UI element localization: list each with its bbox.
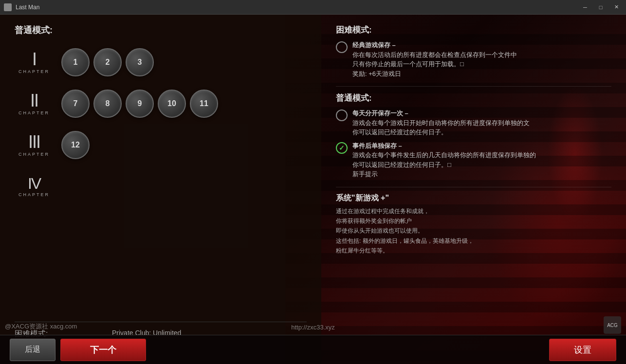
acg-icon: ACG bbox=[604, 316, 621, 334]
hard-mode-option: 经典游戏保存 – 你在每次活动后的所有进度都会在检查点保存到一个文件中 只有你停… bbox=[336, 40, 611, 78]
level-btn-7[interactable]: 7 bbox=[61, 90, 90, 118]
level-btn-1[interactable]: 1 bbox=[61, 48, 90, 76]
hard-mode-option-name: 经典游戏保存 – bbox=[352, 41, 396, 49]
new-game-section: 系统"新游戏 +" 通过在游戏过程中完成任务和成就， 你将获得额外奖金到你的帐户… bbox=[336, 193, 611, 256]
level-btn-11[interactable]: 11 bbox=[190, 90, 218, 118]
hard-mode-line1: 你在每次活动后的所有进度都会在检查点保存到一个文件中 bbox=[352, 51, 517, 58]
minimize-button[interactable]: ─ bbox=[579, 3, 591, 11]
chapter-2-numeral: II CHAPTER bbox=[15, 92, 54, 115]
back-button[interactable]: 后退 bbox=[10, 339, 55, 361]
next-button[interactable]: 下一个 bbox=[60, 339, 146, 361]
new-game-text5: 粉红犀牛分红等等。 bbox=[336, 247, 388, 254]
normal-option-2-name: 事件后单独保存 – bbox=[352, 142, 402, 149]
new-game-text: 通过在游戏过程中完成任务和成就， 你将获得额外奖金到你的帐户 即使你从头开始游戏… bbox=[336, 206, 611, 256]
chapter-2-label: CHAPTER bbox=[18, 110, 50, 115]
chapter-2-levels: 7 8 9 10 11 bbox=[61, 90, 218, 118]
window-chrome: Last Man ─ □ ✕ bbox=[0, 0, 626, 15]
window-title: Last Man bbox=[16, 4, 579, 11]
chapter-4-numeral: IV CHAPTER bbox=[15, 176, 54, 197]
app-icon bbox=[4, 3, 12, 11]
footer-bar: 后退 下一个 设置 bbox=[0, 335, 626, 364]
level-btn-12[interactable]: 12 bbox=[61, 131, 90, 159]
hard-mode-option-text: 经典游戏保存 – 你在每次活动后的所有进度都会在检查点保存到一个文件中 只有你停… bbox=[352, 40, 517, 78]
chapter-1-label: CHAPTER bbox=[18, 69, 50, 74]
normal-save-section: 普通模式: 每天分开保存一次 – 游戏会在每个游戏日开始时自动将你的所有进度保存… bbox=[336, 92, 611, 179]
maximize-button[interactable]: □ bbox=[595, 3, 607, 11]
chapters-area: I CHAPTER 1 2 3 II CHAPTER 7 8 9 bbox=[15, 44, 307, 317]
normal-option-1: 每天分开保存一次 – 游戏会在每个游戏日开始时自动将你的所有进度保存到单独的文 … bbox=[336, 109, 611, 137]
normal-option-2-note: 新手提示 bbox=[352, 170, 378, 178]
settings-button[interactable]: 设置 bbox=[549, 339, 616, 361]
chapter-1-roman: I bbox=[32, 51, 36, 68]
normal-mode-title: 普通模式: bbox=[15, 24, 307, 36]
new-game-text1: 通过在游戏过程中完成任务和成就， bbox=[336, 208, 429, 215]
normal-save-title: 普通模式: bbox=[336, 92, 611, 104]
chapter-3-levels: 12 bbox=[61, 131, 90, 159]
divider-2 bbox=[336, 187, 611, 187]
hard-mode-reward: 奖励: +6天游戏日 bbox=[352, 70, 401, 77]
normal-option-2: 事件后单独保存 – 游戏会在每个事件发生后的几天自动将你的所有进度保存到单独的 … bbox=[336, 141, 611, 179]
level-btn-10[interactable]: 10 bbox=[158, 90, 186, 118]
watermark-left: @XACG资源社 xacg.com bbox=[5, 322, 77, 331]
hard-mode-radio[interactable] bbox=[336, 41, 348, 53]
new-game-text4: 这些包括: 额外的游戏日，罐头食品，英雄基地升级， bbox=[336, 237, 474, 244]
normal-option-2-line2: 你可以返回已经渡过的任何日子。□ bbox=[352, 161, 451, 168]
normal-option-2-text: 事件后单独保存 – 游戏会在每个事件发生后的几天自动将你的所有进度保存到单独的 … bbox=[352, 141, 536, 179]
chapter-4-label: CHAPTER bbox=[18, 192, 50, 197]
level-btn-9[interactable]: 9 bbox=[126, 90, 154, 118]
footer-left-buttons: 后退 下一个 bbox=[10, 339, 146, 361]
normal-option-1-line2: 你可以返回已经渡过的任何日子。 bbox=[352, 128, 447, 136]
hard-mode-title: 困难模式: bbox=[336, 24, 611, 36]
acg-icon-text: ACG bbox=[607, 323, 618, 328]
window-controls: ─ □ ✕ bbox=[579, 3, 622, 11]
normal-option-1-text: 每天分开保存一次 – 游戏会在每个游戏日开始时自动将你的所有进度保存到单独的文 … bbox=[352, 109, 530, 137]
chapter-1-levels: 1 2 3 bbox=[61, 48, 154, 76]
normal-radio-1[interactable] bbox=[336, 109, 348, 121]
level-btn-2[interactable]: 2 bbox=[93, 48, 122, 76]
acg-watermark: ACG bbox=[604, 316, 621, 334]
chapter-3-label: CHAPTER bbox=[18, 152, 50, 157]
hard-mode-section: 困难模式: 经典游戏保存 – 你在每次活动后的所有进度都会在检查点保存到一个文件… bbox=[336, 24, 611, 78]
chapter-row-2: II CHAPTER 7 8 9 10 11 bbox=[15, 85, 307, 122]
chapter-1-numeral: I CHAPTER bbox=[15, 51, 54, 74]
divider-1 bbox=[336, 86, 611, 87]
level-btn-3[interactable]: 3 bbox=[126, 48, 154, 76]
hard-mode-line2: 只有你停止的最后一个点可用于加载。□ bbox=[352, 60, 464, 68]
chapter-row-1: I CHAPTER 1 2 3 bbox=[15, 44, 307, 80]
left-panel: 普通模式: I CHAPTER 1 2 3 II CHAPTER bbox=[0, 15, 321, 364]
level-btn-8[interactable]: 8 bbox=[93, 90, 122, 118]
main-container: 普通模式: I CHAPTER 1 2 3 II CHAPTER bbox=[0, 15, 626, 364]
normal-option-1-line1: 游戏会在每个游戏日开始时自动将你的所有进度保存到单独的文 bbox=[352, 119, 530, 127]
new-game-title: 系统"新游戏 +" bbox=[336, 193, 611, 203]
chapter-2-roman: II bbox=[30, 92, 38, 109]
new-game-text2: 你将获得额外奖金到你的帐户 bbox=[336, 218, 412, 224]
chapter-row-3: III CHAPTER 12 bbox=[15, 127, 307, 163]
chapter-3-roman: III bbox=[28, 133, 40, 151]
watermark-center: http://zxc33.xyz bbox=[291, 324, 335, 331]
chapter-3-numeral: III CHAPTER bbox=[15, 133, 54, 157]
chapter-row-4: IV CHAPTER bbox=[15, 168, 307, 204]
normal-option-1-name: 每天分开保存一次 – bbox=[352, 109, 408, 117]
right-panel: 困难模式: 经典游戏保存 – 你在每次活动后的所有进度都会在检查点保存到一个文件… bbox=[321, 15, 626, 364]
normal-radio-2[interactable] bbox=[336, 142, 348, 154]
new-game-text3: 即使你从头开始游戏也可以使用。 bbox=[336, 227, 423, 234]
normal-option-2-line1: 游戏会在每个事件发生后的几天自动将你的所有进度保存到单独的 bbox=[352, 151, 536, 159]
chapter-4-roman: IV bbox=[28, 176, 40, 191]
close-button[interactable]: ✕ bbox=[610, 3, 622, 11]
